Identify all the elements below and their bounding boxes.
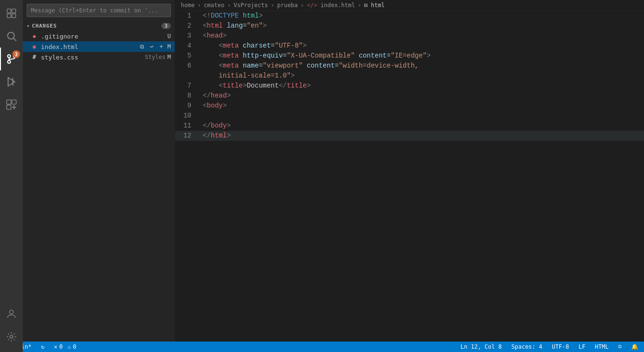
editor-area: home › cmateo › VsProjects › prueba › </… <box>175 0 644 352</box>
commit-message-input[interactable] <box>27 4 171 17</box>
line-content-2: <html lang="en"> <box>199 21 644 31</box>
encoding-label: UTF-8 <box>552 343 569 350</box>
svg-point-16 <box>10 335 13 338</box>
svg-rect-12 <box>7 100 11 104</box>
line-number-6cont <box>175 71 199 81</box>
svg-point-6 <box>8 55 10 58</box>
code-line-8[interactable]: 8 </head> <box>175 91 644 101</box>
sync-item[interactable]: ↻ <box>39 342 46 352</box>
file-item-styles-css[interactable]: # styles.css Styles M <box>23 52 175 62</box>
code-editor[interactable]: 1 <!DOCTYPE html> 2 <html lang="en"> 3 <… <box>175 11 644 352</box>
code-line-3[interactable]: 3 <head> <box>175 31 644 41</box>
svg-point-15 <box>10 310 13 314</box>
search-icon[interactable] <box>0 25 23 48</box>
code-line-1[interactable]: 1 <!DOCTYPE html> <box>175 11 644 21</box>
code-line-7[interactable]: 7 <title>Document</title> <box>175 81 644 91</box>
line-content-9: <body> <box>199 101 644 111</box>
code-line-10[interactable]: 10 <box>175 111 644 121</box>
source-control-badge: 3 <box>12 50 20 58</box>
breadcrumb-file-icon: </> <box>307 2 317 9</box>
svg-line-5 <box>14 39 17 41</box>
breadcrumb-index-html-label: index.html <box>321 2 355 9</box>
file-list: ◆ .gitignore U ◉ index.html ⧉ ↩ + M # st… <box>23 31 175 352</box>
breadcrumb-vsprojects-label: VsProjects <box>234 2 268 9</box>
breadcrumb-html-symbol[interactable]: ⊟ html <box>364 2 385 9</box>
line-number-3: 3 <box>175 31 199 41</box>
sync-icon: ↻ <box>41 343 44 350</box>
line-number-12: 12 <box>175 131 199 141</box>
copy-action-btn[interactable]: ⧉ <box>138 42 147 51</box>
source-control-icon[interactable]: 3 <box>0 48 23 70</box>
changes-label: Changes <box>32 23 57 29</box>
styles-css-filename: styles.css <box>41 54 143 61</box>
line-number-8: 8 <box>175 91 199 101</box>
line-content-12: </html> <box>199 131 644 141</box>
code-line-5[interactable]: 5 <meta http-equiv="X-UA-Compatible" con… <box>175 51 644 61</box>
encoding-item[interactable]: UTF-8 <box>550 342 571 352</box>
extensions-icon[interactable] <box>0 93 23 116</box>
errors-item[interactable]: ✕ 0 ⚠ 0 <box>52 342 78 352</box>
run-icon[interactable] <box>0 70 23 93</box>
line-number-11: 11 <box>175 121 199 131</box>
feedback-icon: ☺ <box>618 343 622 350</box>
commit-input-area <box>23 0 175 21</box>
svg-rect-2 <box>7 14 11 18</box>
line-content-3: <head> <box>199 31 644 41</box>
index-html-filename: index.html <box>41 43 136 50</box>
bell-icon: 🔔 <box>631 343 638 350</box>
svg-rect-14 <box>7 105 11 109</box>
file-item-gitignore[interactable]: ◆ .gitignore U <box>23 31 175 41</box>
svg-rect-3 <box>12 14 16 18</box>
breadcrumb-index-html[interactable]: </> index.html <box>307 2 355 9</box>
language-label: HTML <box>595 343 609 350</box>
breadcrumb-sep-4: › <box>301 2 304 9</box>
code-line-11[interactable]: 11 </body> <box>175 121 644 131</box>
file-item-index-html[interactable]: ◉ index.html ⧉ ↩ + M <box>23 41 175 52</box>
styles-css-status: M <box>168 54 171 60</box>
line-number-2: 2 <box>175 21 199 31</box>
warning-icon: ⚠ <box>68 343 71 350</box>
breadcrumb-cmateo[interactable]: cmateo <box>204 2 224 9</box>
line-number-6: 6 <box>175 61 199 71</box>
svg-rect-13 <box>12 100 16 104</box>
error-icon: ✕ <box>54 343 57 350</box>
breadcrumb-vsprojects[interactable]: VsProjects <box>234 2 268 9</box>
breadcrumb-prueba[interactable]: prueba <box>277 2 297 9</box>
sidebar: ▾ Changes 3 ◆ .gitignore U ◉ index.html … <box>23 0 175 352</box>
line-ending-label: LF <box>578 343 585 350</box>
notification-item[interactable]: 🔔 <box>629 342 640 352</box>
line-ending-item[interactable]: LF <box>576 342 587 352</box>
cursor-position-item[interactable]: Ln 12, Col 8 <box>459 342 504 352</box>
errors-count: 0 <box>59 343 63 350</box>
svg-point-8 <box>8 60 10 63</box>
index-html-file-icon: ◉ <box>30 43 38 50</box>
index-html-status: M <box>168 43 171 50</box>
code-line-9[interactable]: 9 <body> <box>175 101 644 111</box>
code-line-12[interactable]: 12 </html> <box>175 131 644 141</box>
line-content-8: </head> <box>199 91 644 101</box>
language-item[interactable]: HTML <box>593 342 611 352</box>
cursor-position-label: Ln 12, Col 8 <box>461 343 502 350</box>
revert-action-btn[interactable]: ↩ <box>148 42 156 51</box>
code-line-6-cont[interactable]: initial-scale=1.0"> <box>175 71 644 81</box>
svg-marker-10 <box>8 78 15 86</box>
explorer-icon[interactable] <box>0 2 23 25</box>
changes-section-header[interactable]: ▾ Changes 3 <box>23 21 175 31</box>
activity-bar: 3 <box>0 0 23 352</box>
feedback-item[interactable]: ☺ <box>616 342 624 352</box>
code-line-4[interactable]: 4 <meta charset="UTF-8"> <box>175 41 644 51</box>
line-content-1: <!DOCTYPE html> <box>199 11 644 21</box>
code-line-6[interactable]: 6 <meta name="viewport" content="width=d… <box>175 61 644 71</box>
breadcrumb-home[interactable]: home <box>181 2 195 9</box>
code-line-2[interactable]: 2 <html lang="en"> <box>175 21 644 31</box>
settings-icon[interactable] <box>0 325 23 348</box>
breadcrumb-sep-2: › <box>228 2 231 9</box>
account-icon[interactable] <box>0 303 23 325</box>
breadcrumb-home-label: home <box>181 2 195 9</box>
stage-action-btn[interactable]: + <box>157 42 166 51</box>
breadcrumb-html-label: html <box>371 2 385 9</box>
svg-rect-0 <box>7 9 11 13</box>
line-number-10: 10 <box>175 111 199 121</box>
line-content-11: </body> <box>199 121 644 131</box>
indentation-item[interactable]: Spaces: 4 <box>509 342 544 352</box>
